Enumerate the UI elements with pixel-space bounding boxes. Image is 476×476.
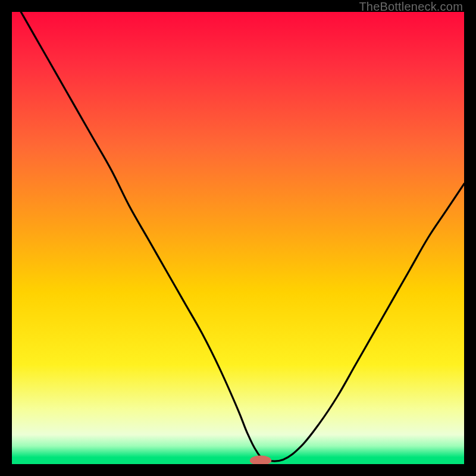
chart-svg: [12, 12, 464, 464]
plot-area: [12, 12, 464, 464]
gradient-rect: [12, 12, 464, 464]
chart-frame: TheBottleneck.com: [0, 0, 476, 476]
